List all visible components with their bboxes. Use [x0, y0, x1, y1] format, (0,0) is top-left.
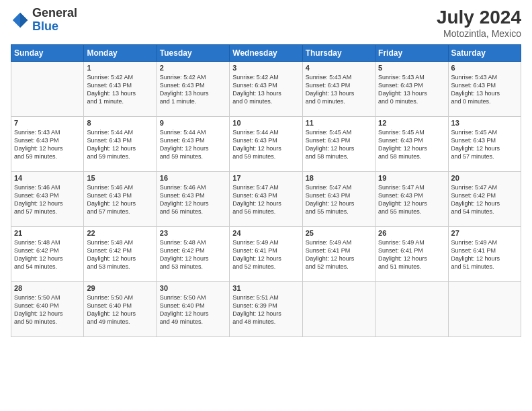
calendar-cell [448, 282, 521, 337]
page-container: General Blue July 2024 Motozintla, Mexic… [0, 0, 532, 344]
cell-info: Sunrise: 5:50 AMSunset: 6:40 PMDaylight:… [87, 293, 153, 326]
day-number: 17 [232, 174, 299, 182]
header: General Blue July 2024 Motozintla, Mexic… [11, 7, 521, 39]
day-number: 22 [87, 229, 153, 237]
calendar-cell: 25Sunrise: 5:49 AMSunset: 6:41 PMDayligh… [302, 227, 375, 282]
cell-info: Sunrise: 5:50 AMSunset: 6:40 PMDaylight:… [160, 293, 226, 326]
cell-info: Sunrise: 5:45 AMSunset: 6:43 PMDaylight:… [378, 128, 445, 161]
calendar-cell: 9Sunrise: 5:44 AMSunset: 6:43 PMDaylight… [157, 117, 229, 172]
day-number: 3 [232, 64, 299, 72]
calendar-cell: 29Sunrise: 5:50 AMSunset: 6:40 PMDayligh… [84, 282, 157, 337]
cell-info: Sunrise: 5:47 AMSunset: 6:43 PMDaylight:… [378, 183, 445, 216]
col-saturday: Saturday [448, 45, 521, 62]
day-number: 20 [451, 174, 518, 182]
day-number: 7 [14, 119, 81, 127]
calendar-cell: 14Sunrise: 5:46 AMSunset: 6:43 PMDayligh… [11, 172, 84, 227]
calendar-cell [302, 282, 375, 337]
logo-general: General [32, 6, 77, 19]
calendar-cell: 26Sunrise: 5:49 AMSunset: 6:41 PMDayligh… [375, 227, 448, 282]
day-number: 1 [87, 64, 153, 72]
day-number: 26 [378, 229, 445, 237]
cell-info: Sunrise: 5:42 AMSunset: 6:43 PMDaylight:… [232, 73, 299, 106]
location: Motozintla, Mexico [437, 28, 521, 39]
generalblue-logo-icon [11, 11, 30, 30]
calendar-week-3: 14Sunrise: 5:46 AMSunset: 6:43 PMDayligh… [11, 172, 521, 227]
col-wednesday: Wednesday [230, 45, 302, 62]
calendar-header: Sunday Monday Tuesday Wednesday Thursday… [11, 45, 521, 62]
day-number: 16 [160, 174, 226, 182]
day-number: 31 [232, 284, 299, 292]
day-number: 6 [451, 64, 518, 72]
cell-info: Sunrise: 5:44 AMSunset: 6:43 PMDaylight:… [232, 128, 299, 161]
logo-text: General Blue [32, 7, 77, 34]
calendar-week-2: 7Sunrise: 5:43 AMSunset: 6:43 PMDaylight… [11, 117, 521, 172]
day-number: 19 [378, 174, 445, 182]
calendar-cell: 19Sunrise: 5:47 AMSunset: 6:43 PMDayligh… [375, 172, 448, 227]
day-number: 24 [232, 229, 299, 237]
day-number: 14 [14, 174, 81, 182]
day-number: 18 [306, 174, 372, 182]
calendar-cell [11, 62, 84, 117]
cell-info: Sunrise: 5:42 AMSunset: 6:43 PMDaylight:… [87, 73, 153, 106]
calendar-week-4: 21Sunrise: 5:48 AMSunset: 6:42 PMDayligh… [11, 227, 521, 282]
title-block: July 2024 Motozintla, Mexico [437, 7, 521, 39]
cell-info: Sunrise: 5:49 AMSunset: 6:41 PMDaylight:… [378, 238, 445, 271]
logo: General Blue [11, 7, 77, 34]
day-number: 12 [378, 119, 445, 127]
cell-info: Sunrise: 5:45 AMSunset: 6:43 PMDaylight:… [451, 128, 518, 161]
calendar-table: Sunday Monday Tuesday Wednesday Thursday… [11, 44, 521, 337]
day-number: 29 [87, 284, 153, 292]
cell-info: Sunrise: 5:48 AMSunset: 6:42 PMDaylight:… [87, 238, 153, 271]
cell-info: Sunrise: 5:43 AMSunset: 6:43 PMDaylight:… [378, 73, 445, 106]
cell-info: Sunrise: 5:48 AMSunset: 6:42 PMDaylight:… [160, 238, 226, 271]
calendar-cell: 24Sunrise: 5:49 AMSunset: 6:41 PMDayligh… [230, 227, 302, 282]
cell-info: Sunrise: 5:42 AMSunset: 6:43 PMDaylight:… [160, 73, 226, 106]
calendar-cell: 16Sunrise: 5:46 AMSunset: 6:43 PMDayligh… [157, 172, 229, 227]
calendar-cell: 3Sunrise: 5:42 AMSunset: 6:43 PMDaylight… [230, 62, 302, 117]
calendar-cell: 15Sunrise: 5:46 AMSunset: 6:43 PMDayligh… [84, 172, 157, 227]
calendar-cell: 12Sunrise: 5:45 AMSunset: 6:43 PMDayligh… [375, 117, 448, 172]
col-friday: Friday [375, 45, 448, 62]
day-number: 15 [87, 174, 153, 182]
calendar-cell: 13Sunrise: 5:45 AMSunset: 6:43 PMDayligh… [448, 117, 521, 172]
cell-info: Sunrise: 5:44 AMSunset: 6:43 PMDaylight:… [160, 128, 226, 161]
day-number: 11 [306, 119, 372, 127]
cell-info: Sunrise: 5:44 AMSunset: 6:43 PMDaylight:… [87, 128, 153, 161]
calendar-week-1: 1Sunrise: 5:42 AMSunset: 6:43 PMDaylight… [11, 62, 521, 117]
cell-info: Sunrise: 5:47 AMSunset: 6:43 PMDaylight:… [232, 183, 299, 216]
col-sunday: Sunday [11, 45, 84, 62]
calendar-cell [375, 282, 448, 337]
calendar-cell: 23Sunrise: 5:48 AMSunset: 6:42 PMDayligh… [157, 227, 229, 282]
day-number: 23 [160, 229, 226, 237]
day-number: 4 [306, 64, 372, 72]
cell-info: Sunrise: 5:48 AMSunset: 6:42 PMDaylight:… [14, 238, 81, 271]
calendar-cell: 31Sunrise: 5:51 AMSunset: 6:39 PMDayligh… [230, 282, 302, 337]
day-number: 21 [14, 229, 81, 237]
calendar-cell: 6Sunrise: 5:43 AMSunset: 6:43 PMDaylight… [448, 62, 521, 117]
cell-info: Sunrise: 5:47 AMSunset: 6:42 PMDaylight:… [451, 183, 518, 216]
cell-info: Sunrise: 5:43 AMSunset: 6:43 PMDaylight:… [451, 73, 518, 106]
day-number: 30 [160, 284, 226, 292]
col-monday: Monday [84, 45, 157, 62]
calendar-cell: 17Sunrise: 5:47 AMSunset: 6:43 PMDayligh… [230, 172, 302, 227]
calendar-cell: 7Sunrise: 5:43 AMSunset: 6:43 PMDaylight… [11, 117, 84, 172]
calendar-cell: 8Sunrise: 5:44 AMSunset: 6:43 PMDaylight… [84, 117, 157, 172]
calendar-cell: 30Sunrise: 5:50 AMSunset: 6:40 PMDayligh… [157, 282, 229, 337]
calendar-cell: 21Sunrise: 5:48 AMSunset: 6:42 PMDayligh… [11, 227, 84, 282]
month-year: July 2024 [437, 7, 521, 28]
cell-info: Sunrise: 5:46 AMSunset: 6:43 PMDaylight:… [160, 183, 226, 216]
calendar-cell: 4Sunrise: 5:43 AMSunset: 6:43 PMDaylight… [302, 62, 375, 117]
cell-info: Sunrise: 5:46 AMSunset: 6:43 PMDaylight:… [87, 183, 153, 216]
cell-info: Sunrise: 5:49 AMSunset: 6:41 PMDaylight:… [306, 238, 372, 271]
logo-blue: Blue [32, 19, 58, 33]
col-thursday: Thursday [302, 45, 375, 62]
header-row: Sunday Monday Tuesday Wednesday Thursday… [11, 45, 521, 62]
day-number: 25 [306, 229, 372, 237]
calendar-cell: 5Sunrise: 5:43 AMSunset: 6:43 PMDaylight… [375, 62, 448, 117]
cell-info: Sunrise: 5:46 AMSunset: 6:43 PMDaylight:… [14, 183, 81, 216]
day-number: 28 [14, 284, 81, 292]
day-number: 10 [232, 119, 299, 127]
col-tuesday: Tuesday [157, 45, 229, 62]
cell-info: Sunrise: 5:43 AMSunset: 6:43 PMDaylight:… [306, 73, 372, 106]
calendar-cell: 27Sunrise: 5:49 AMSunset: 6:41 PMDayligh… [448, 227, 521, 282]
